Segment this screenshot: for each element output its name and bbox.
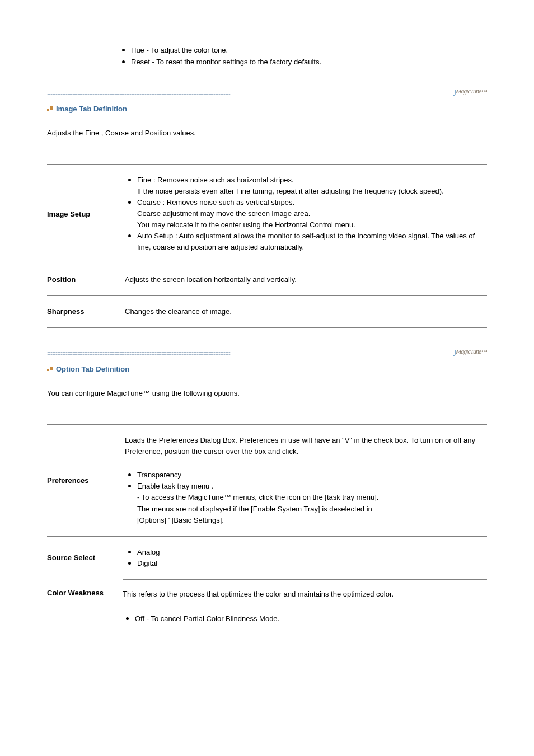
- row-body: Changes the clearance of image.: [125, 295, 487, 327]
- list-item: Hue - To adjust the color tone.: [121, 45, 487, 57]
- row-body: Loads the Preferences Dialog Box. Prefer…: [125, 424, 487, 536]
- section-intro: You can configure MagicTune™ using the f…: [47, 389, 487, 397]
- definition-table-image: Image Setup Fine : Removes noise such as…: [47, 164, 487, 328]
- list-item: Fine : Removes noise such as horizontal …: [125, 175, 487, 197]
- section-divider-dots: ::::::::::::::::::::::::::::::::::::::::…: [47, 90, 487, 97]
- row-lead: This refers to the process that optimize…: [123, 589, 487, 600]
- row-label: Preferences: [47, 424, 125, 536]
- row-label: Source Select: [47, 536, 125, 579]
- row-lead: Loads the Preferences Dialog Box. Prefer…: [125, 435, 487, 457]
- list-item: Enable task tray menu . - To access the …: [125, 481, 487, 526]
- list-item: Reset - To reset the monitor settings to…: [121, 57, 487, 68]
- heading-text: Image Tab Definition: [56, 105, 127, 113]
- list-item: Auto Setup : Auto adjustment allows the …: [125, 231, 487, 253]
- svg-rect-3: [50, 367, 53, 370]
- list-item: Analog: [125, 547, 487, 558]
- list-item: Transparency: [125, 469, 487, 481]
- section-intro: Adjusts the Fine , Coarse and Position v…: [47, 129, 487, 137]
- row-body: Fine : Removes noise such as horizontal …: [125, 164, 487, 264]
- list-item: Digital: [125, 558, 487, 569]
- divider: [47, 74, 487, 74]
- section-heading-image-tab: Image Tab Definition: [47, 105, 487, 113]
- row-label: Position: [47, 264, 125, 295]
- divider-partial: [123, 579, 487, 580]
- heading-text: Option Tab Definition: [56, 365, 129, 373]
- table-row: Source Select Analog Digital: [47, 536, 487, 579]
- color-weakness-block: Color Weakness This refers to the proces…: [47, 589, 487, 624]
- table-row: Preferences Loads the Preferences Dialog…: [47, 424, 487, 536]
- list-item: Coarse : Removes noise such as vertical …: [125, 197, 487, 231]
- row-label: Sharpness: [47, 295, 125, 327]
- row-body: Adjusts the screen location horizontally…: [125, 264, 487, 295]
- table-row: Sharpness Changes the clearance of image…: [47, 295, 487, 327]
- row-label: Image Setup: [47, 164, 125, 264]
- svg-rect-2: [47, 369, 49, 371]
- magictune-logo: ∫MagicTune™: [454, 350, 487, 354]
- section-bullet-icon: [47, 106, 53, 112]
- section-bullet-icon: [47, 367, 53, 372]
- svg-rect-0: [47, 109, 49, 111]
- section-divider-dots: ::::::::::::::::::::::::::::::::::::::::…: [47, 350, 487, 357]
- table-row: Position Adjusts the screen location hor…: [47, 264, 487, 295]
- definition-table-option: Preferences Loads the Preferences Dialog…: [47, 424, 487, 579]
- section-heading-option-tab: Option Tab Definition: [47, 365, 487, 373]
- row-label: Color Weakness: [47, 589, 123, 600]
- row-body: Analog Digital: [125, 536, 487, 579]
- list-item: Off - To cancel Partial Color Blindness …: [123, 613, 487, 624]
- intro-top-list: Hue - To adjust the color tone. Reset - …: [121, 45, 487, 68]
- magictune-logo: ∫MagicTune™: [454, 90, 487, 94]
- svg-rect-1: [50, 106, 53, 110]
- table-row: Image Setup Fine : Removes noise such as…: [47, 164, 487, 264]
